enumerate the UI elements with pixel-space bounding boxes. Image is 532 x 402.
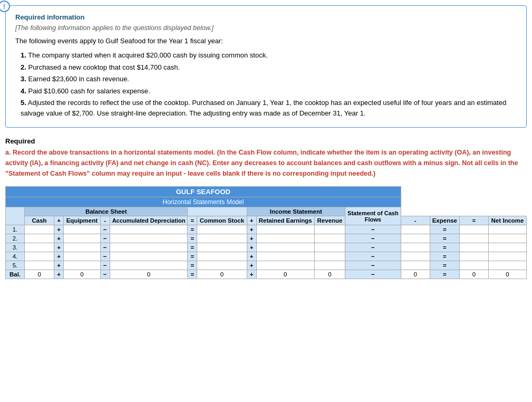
acc-dep-cell-1[interactable] <box>110 225 188 234</box>
common-stock-cell-5[interactable] <box>197 261 247 270</box>
bal-retained-earnings[interactable] <box>256 270 315 279</box>
common-stock-input-1[interactable] <box>199 226 244 233</box>
acc-dep-input-2[interactable] <box>112 235 186 242</box>
common-stock-input-5[interactable] <box>199 262 244 269</box>
expense-cell-2[interactable] <box>401 234 430 243</box>
cash-input-4[interactable] <box>27 253 52 260</box>
bal-expense[interactable] <box>401 270 430 279</box>
revenue-cell-1[interactable] <box>315 225 345 234</box>
expense-cell-1[interactable] <box>401 225 430 234</box>
net-income-input-3[interactable] <box>462 244 486 251</box>
revenue-input-1[interactable] <box>317 226 343 233</box>
cash-input-1[interactable] <box>27 226 52 233</box>
expense-input-2[interactable] <box>403 235 428 242</box>
bal-cash-input[interactable] <box>27 271 52 277</box>
common-stock-input-4[interactable] <box>199 253 244 260</box>
retained-earnings-input-4[interactable] <box>259 253 313 260</box>
bal-acc-dep-input[interactable] <box>112 271 186 277</box>
common-stock-cell-2[interactable] <box>197 234 247 243</box>
common-stock-input-3[interactable] <box>199 244 244 251</box>
equipment-input-3[interactable] <box>66 244 98 251</box>
net-income-input-2[interactable] <box>462 235 486 242</box>
bal-retained-earnings-input[interactable] <box>259 271 313 277</box>
bal-acc-dep[interactable] <box>110 270 188 279</box>
expense-input-1[interactable] <box>403 226 428 233</box>
expense-input-4[interactable] <box>403 253 428 260</box>
net-income-cell-2[interactable] <box>459 234 488 243</box>
bal-cash[interactable] <box>25 270 54 279</box>
expense-input-3[interactable] <box>403 244 428 251</box>
cash-input-2[interactable] <box>27 235 52 242</box>
net-income-cell-1[interactable] <box>459 225 488 234</box>
expense-input-5[interactable] <box>403 262 428 269</box>
net-income-cell-4[interactable] <box>459 252 488 261</box>
net-income-cell-3[interactable] <box>459 243 488 252</box>
equipment-cell-2[interactable] <box>64 234 100 243</box>
common-stock-cell-1[interactable] <box>197 225 247 234</box>
revenue-input-2[interactable] <box>317 235 343 242</box>
equipment-cell-1[interactable] <box>64 225 100 234</box>
revenue-cell-3[interactable] <box>315 243 345 252</box>
expense-cell-4[interactable] <box>401 252 430 261</box>
bal-revenue-input[interactable] <box>317 271 343 277</box>
equipment-cell-3[interactable] <box>64 243 100 252</box>
revenue-input-3[interactable] <box>317 244 343 251</box>
cash-cell-1[interactable] <box>25 225 54 234</box>
revenue-cell-5[interactable] <box>315 261 345 270</box>
acc-dep-input-1[interactable] <box>112 226 186 233</box>
stmt-cash-input-5[interactable] <box>491 262 524 269</box>
acc-dep-cell-2[interactable] <box>110 234 188 243</box>
cash-cell-4[interactable] <box>25 252 54 261</box>
cash-cell-3[interactable] <box>25 243 54 252</box>
common-stock-cell-3[interactable] <box>197 243 247 252</box>
bal-net-income[interactable] <box>459 270 488 279</box>
stmt-cash-cell-3[interactable] <box>488 243 526 252</box>
acc-dep-cell-3[interactable] <box>110 243 188 252</box>
bal-common-stock[interactable] <box>197 270 247 279</box>
equipment-input-1[interactable] <box>66 226 98 233</box>
net-income-input-4[interactable] <box>462 253 486 260</box>
cash-cell-2[interactable] <box>25 234 54 243</box>
retained-earnings-cell-3[interactable] <box>256 243 315 252</box>
retained-earnings-input-5[interactable] <box>259 262 313 269</box>
net-income-input-5[interactable] <box>462 262 486 269</box>
expense-cell-5[interactable] <box>401 261 430 270</box>
common-stock-cell-4[interactable] <box>197 252 247 261</box>
acc-dep-input-4[interactable] <box>112 253 186 260</box>
acc-dep-cell-4[interactable] <box>110 252 188 261</box>
retained-earnings-input-1[interactable] <box>259 226 313 233</box>
bal-net-income-input[interactable] <box>462 271 486 277</box>
stmt-cash-cell-4[interactable] <box>488 252 526 261</box>
net-income-input-1[interactable] <box>462 226 486 233</box>
expense-cell-3[interactable] <box>401 243 430 252</box>
equipment-cell-4[interactable] <box>64 252 100 261</box>
equipment-cell-5[interactable] <box>64 261 100 270</box>
stmt-cash-input-2[interactable] <box>491 235 524 242</box>
stmt-cash-input-3[interactable] <box>491 244 524 251</box>
acc-dep-input-5[interactable] <box>112 262 186 269</box>
retained-earnings-input-2[interactable] <box>259 235 313 242</box>
bal-expense-input[interactable] <box>403 271 428 277</box>
stmt-cash-cell-1[interactable] <box>488 225 526 234</box>
acc-dep-cell-5[interactable] <box>110 261 188 270</box>
cash-input-3[interactable] <box>27 244 52 251</box>
revenue-input-4[interactable] <box>317 253 343 260</box>
bal-equipment-input[interactable] <box>66 271 98 277</box>
net-income-cell-5[interactable] <box>459 261 488 270</box>
retained-earnings-cell-4[interactable] <box>256 252 315 261</box>
acc-dep-input-3[interactable] <box>112 244 186 251</box>
retained-earnings-cell-2[interactable] <box>256 234 315 243</box>
equipment-input-4[interactable] <box>66 253 98 260</box>
retained-earnings-input-3[interactable] <box>259 244 313 251</box>
revenue-cell-4[interactable] <box>315 252 345 261</box>
equipment-input-5[interactable] <box>66 262 98 269</box>
cash-cell-5[interactable] <box>25 261 54 270</box>
bal-common-stock-input[interactable] <box>199 271 244 277</box>
cash-input-5[interactable] <box>27 262 52 269</box>
stmt-cash-input-4[interactable] <box>491 253 524 260</box>
bal-equipment[interactable] <box>64 270 100 279</box>
retained-earnings-cell-1[interactable] <box>256 225 315 234</box>
stmt-cash-cell-5[interactable] <box>488 261 526 270</box>
bal-stmt-cash-input[interactable] <box>491 271 524 277</box>
equipment-input-2[interactable] <box>66 235 98 242</box>
